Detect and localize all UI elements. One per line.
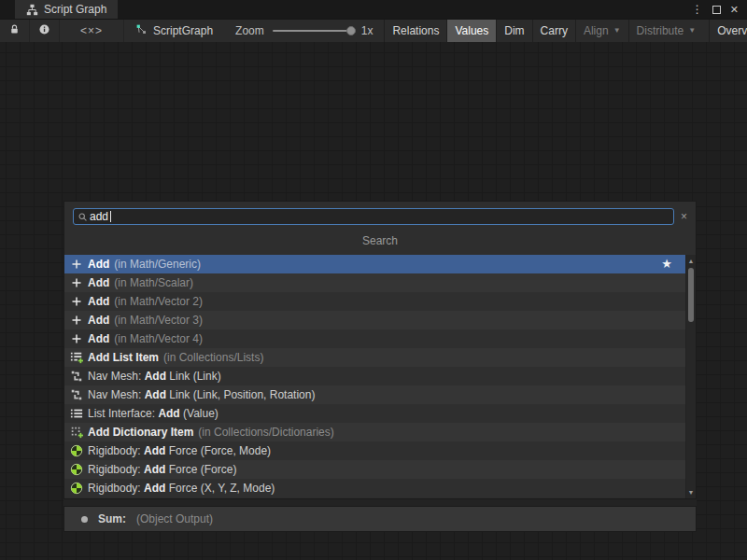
list-item[interactable]: Add(in Math/Scalar) — [64, 273, 685, 292]
scroll-down-icon[interactable]: ▼ — [686, 487, 696, 497]
list-item-text: Rigidbody: — [88, 463, 144, 476]
list-item-text: Add — [88, 258, 109, 271]
list-item-text: Add — [158, 407, 179, 420]
distribute-button[interactable]: Distribute ▼ — [628, 20, 704, 42]
list-item-text: Add — [145, 388, 166, 401]
list-icon — [69, 406, 84, 421]
plus-icon — [69, 275, 84, 290]
rigidbody-icon — [69, 462, 84, 477]
search-icon — [78, 212, 88, 222]
list-item-text: (in Math/Vector 4) — [114, 332, 203, 345]
fuzzy-finder-popup: add × Search Add(in Math/Generic)★Add(in… — [63, 201, 697, 532]
list-item[interactable]: Nav Mesh: Add Link (Link) — [64, 367, 685, 385]
search-input[interactable]: add — [73, 208, 674, 225]
list-item-text: Add — [88, 314, 109, 327]
list-item-text: Add — [88, 295, 109, 308]
lock-icon — [8, 23, 21, 38]
list-item[interactable]: Rigidbody: Add Force (X, Y, Z, Mode) — [64, 479, 685, 497]
chevron-down-icon: ▼ — [613, 27, 621, 35]
finder-divider — [63, 499, 697, 506]
tab-script-graph[interactable]: Script Graph — [15, 0, 118, 19]
list-item-text: Add List Item — [88, 351, 159, 364]
list-item-text: Nav Mesh: — [88, 388, 145, 401]
list-item-text: List Interface: — [88, 407, 158, 420]
list-item-text: Link (Link, Position, Rotation) — [166, 388, 315, 401]
list-item-text: (in Math/Vector 3) — [114, 314, 203, 327]
preview-node-label: Sum: — [98, 512, 126, 525]
list-item-text: (in Math/Generic) — [114, 258, 201, 271]
list-item-text: Add Dictionary Item — [88, 426, 193, 439]
list-item-text: Rigidbody: — [88, 482, 144, 495]
list-item-text: Force (Force) — [165, 463, 236, 476]
clear-search-icon[interactable]: × — [681, 211, 687, 222]
list-item-text: (Value) — [180, 407, 218, 420]
plus-icon — [69, 257, 84, 272]
port-dot-icon — [81, 516, 88, 523]
zoom-value: 1x — [361, 24, 374, 37]
window-tab-bar: Script Graph ⋮ ✕ — [0, 0, 747, 19]
results-list: Add(in Math/Generic)★Add(in Math/Scalar)… — [64, 255, 685, 497]
results-scrollbar[interactable]: ▲ ▼ — [685, 255, 696, 498]
align-button[interactable]: Align ▼ — [575, 20, 628, 42]
list-item-text: Rigidbody: — [88, 444, 144, 457]
maximize-icon[interactable] — [712, 6, 721, 14]
close-icon[interactable]: ✕ — [730, 5, 739, 15]
list-item-text: (in Collections/Lists) — [163, 351, 263, 364]
list-item-text: Force (X, Y, Z, Mode) — [165, 482, 275, 495]
favorite-star-icon[interactable]: ★ — [661, 257, 672, 271]
list-item[interactable]: Add(in Math/Vector 3) — [64, 311, 685, 329]
overview-button[interactable]: Overview — [709, 20, 747, 42]
preview-node-detail: (Object Output) — [136, 512, 213, 525]
relations-button[interactable]: Relations — [384, 20, 446, 42]
rigidbody-icon — [69, 443, 84, 458]
list-item-text: Link (Link) — [166, 370, 221, 383]
finder-preview-footer: Sum: (Object Output) — [63, 506, 697, 532]
values-button[interactable]: Values — [446, 20, 496, 42]
graph-breadcrumb[interactable]: ScriptGraph — [124, 20, 224, 42]
list-item-text: Add — [144, 482, 165, 495]
dim-button[interactable]: Dim — [496, 20, 531, 42]
list-item-text: Add — [145, 370, 166, 383]
plus-icon — [69, 331, 84, 346]
list-item[interactable]: Add(in Math/Vector 2) — [64, 292, 685, 311]
list-item-text: (in Math/Vector 2) — [114, 295, 203, 308]
info-button[interactable] — [30, 20, 60, 42]
more-menu-icon[interactable]: ⋮ — [692, 4, 703, 15]
list-item[interactable]: Add(in Math/Generic)★ — [64, 255, 685, 273]
code-preview-button[interactable]: <×> — [60, 20, 124, 42]
info-icon — [38, 23, 50, 38]
list-item-text: (in Collections/Dictionaries) — [198, 426, 333, 439]
list-item-text: Force (Force, Mode) — [165, 444, 271, 457]
navmesh-icon — [69, 387, 84, 402]
list-item-text: Add — [144, 463, 165, 476]
list-item[interactable]: Rigidbody: Add Force (Force, Mode) — [64, 441, 685, 460]
results-list-container: Add(in Math/Generic)★Add(in Math/Scalar)… — [64, 255, 696, 498]
list-item[interactable]: Rigidbody: Add Force (Force) — [64, 460, 685, 479]
graph-name-label: ScriptGraph — [153, 24, 213, 37]
carry-button[interactable]: Carry — [532, 20, 575, 42]
list-item[interactable]: Add List Item(in Collections/Lists) — [64, 348, 685, 367]
list-item[interactable]: Nav Mesh: Add Link (Link, Position, Rota… — [64, 385, 685, 404]
plus-icon — [69, 294, 84, 309]
plus-icon — [69, 313, 84, 328]
search-query-text: add — [90, 210, 108, 223]
list-item[interactable]: Add Dictionary Item(in Collections/Dicti… — [64, 423, 685, 441]
script-graph-node-icon — [135, 23, 148, 38]
lock-button[interactable] — [0, 20, 30, 42]
list-item-text: Nav Mesh: — [88, 370, 145, 383]
dict-add-icon — [69, 425, 84, 440]
zoom-slider[interactable] — [273, 30, 353, 32]
navmesh-icon — [69, 369, 84, 384]
list-item[interactable]: Add(in Math/Vector 4) — [64, 329, 685, 348]
list-item[interactable]: List Interface: Add (Value) — [64, 404, 685, 423]
list-add-icon — [69, 350, 84, 365]
code-icon: <×> — [80, 24, 103, 37]
scrollbar-thumb[interactable] — [688, 268, 694, 322]
list-item-text: Add — [88, 332, 109, 345]
scroll-up-icon[interactable]: ▲ — [686, 256, 696, 266]
list-item-text: (in Math/Scalar) — [114, 276, 193, 289]
graph-toolbar: <×> ScriptGraph Zoom 1x Relations Values… — [0, 19, 747, 42]
zoom-slider-knob[interactable] — [346, 26, 356, 35]
list-item-text: Add — [144, 444, 165, 457]
tab-title: Script Graph — [44, 3, 106, 16]
